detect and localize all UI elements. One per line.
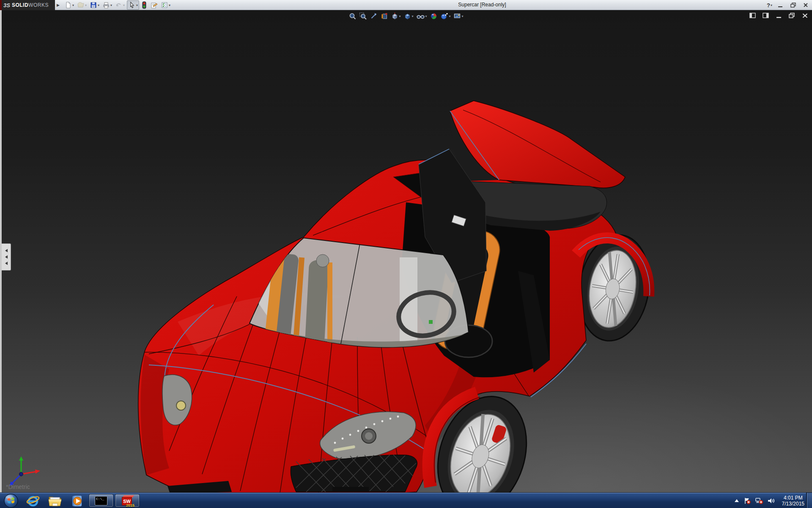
graphics-viewport[interactable]: ▾ ▾ ▾ — [0, 10, 812, 492]
zoom-to-area-icon — [359, 12, 367, 20]
windows-start-orb-icon — [3, 493, 19, 508]
show-left-pane-button[interactable] — [749, 12, 756, 19]
save-icon — [90, 1, 97, 9]
show-hidden-icons-button[interactable] — [734, 498, 740, 503]
media-player-icon — [70, 494, 84, 508]
title-bar: 3S SOLID WORKS ▶ ▾ ▾ ▾ — [0, 0, 812, 10]
rebuild-traffic-light-icon — [141, 1, 147, 9]
help-button[interactable]: ? ▾ — [767, 2, 772, 8]
window-controls: ? ▾ — [767, 1, 810, 9]
rebuild-button[interactable] — [140, 0, 148, 10]
eyeglasses-icon — [416, 12, 425, 20]
save-button[interactable]: ▾ — [89, 0, 100, 10]
dropdown-caret[interactable]: ▾ — [110, 3, 112, 7]
heads-up-view-toolbar: ▾ ▾ ▾ — [348, 11, 464, 21]
solidworks-logo: 3S SOLID WORKS — [0, 0, 55, 10]
dropdown-caret[interactable]: ▾ — [425, 14, 427, 18]
select-tool-button[interactable]: ▾ — [127, 0, 139, 10]
restore-icon — [789, 13, 795, 18]
folder-icon — [47, 494, 63, 508]
show-right-pane-button[interactable] — [762, 12, 769, 19]
pane-left-icon — [749, 13, 756, 18]
clock-time: 4:01 PM — [782, 495, 804, 501]
dropdown-caret[interactable]: ▾ — [449, 14, 451, 18]
windows-taskbar: C:\_ SW 2015 — [0, 492, 812, 508]
dropdown-caret[interactable]: ▾ — [462, 14, 464, 18]
network-disconnected-icon[interactable] — [755, 497, 763, 505]
options-icon — [161, 1, 168, 9]
document-restore-button[interactable] — [788, 12, 796, 19]
pane-right-icon — [763, 13, 769, 18]
dropdown-caret[interactable]: ▾ — [136, 3, 138, 7]
dropdown-caret[interactable]: ▾ — [85, 3, 87, 7]
media-player-button[interactable] — [66, 493, 88, 508]
display-style-button[interactable]: ▾ — [403, 12, 414, 20]
view-orientation-icon — [391, 12, 398, 20]
section-view-button[interactable] — [380, 12, 388, 20]
restore-button[interactable] — [788, 2, 798, 9]
show-desktop-button[interactable] — [806, 493, 812, 508]
minimize-icon — [776, 13, 782, 18]
volume-icon[interactable] — [767, 497, 776, 505]
document-minimize-button[interactable] — [775, 12, 782, 19]
close-button[interactable] — [801, 2, 810, 9]
taskbar-clock[interactable]: 4:01 PM 7/13/2015 — [782, 495, 804, 507]
internet-explorer-button[interactable] — [22, 493, 44, 508]
internet-explorer-icon — [26, 494, 40, 508]
minimize-icon — [778, 3, 783, 8]
system-tray: 4:01 PM 7/13/2015 — [734, 493, 804, 508]
open-document-icon — [77, 1, 85, 9]
supercar-3d-model[interactable] — [0, 10, 812, 492]
zoom-to-area-button[interactable] — [359, 12, 367, 20]
view-orientation-label: *Dimetric — [6, 483, 30, 490]
view-settings-icon — [454, 12, 461, 20]
apply-scene-icon — [441, 12, 449, 20]
view-orientation-button[interactable]: ▾ — [390, 12, 401, 20]
solidworks-taskbar-button[interactable]: SW 2015 — [115, 494, 140, 507]
start-button[interactable] — [0, 493, 22, 508]
print-button[interactable]: ▾ — [102, 0, 113, 10]
previous-view-icon — [370, 12, 377, 20]
print-icon — [102, 1, 110, 9]
close-icon — [803, 3, 808, 8]
section-view-icon — [380, 12, 388, 20]
action-center-flag-icon[interactable] — [743, 497, 751, 505]
previous-view-button[interactable] — [369, 12, 378, 20]
undo-icon — [115, 1, 123, 9]
hide-show-items-button[interactable]: ▾ — [416, 12, 427, 20]
quick-access-toolbar: ▾ ▾ ▾ ▾ ▾ — [63, 0, 171, 10]
chevron-left-icon — [5, 255, 8, 259]
solidworks-logo-mark: 3S — [3, 2, 10, 8]
dropdown-caret[interactable]: ▾ — [169, 3, 170, 7]
options-button[interactable]: ▾ — [160, 0, 171, 10]
chevron-left-icon — [5, 249, 8, 252]
dropdown-caret[interactable]: ▾ — [399, 14, 401, 18]
file-explorer-button[interactable] — [44, 493, 66, 508]
file-properties-icon — [150, 1, 158, 9]
edit-appearance-button[interactable] — [430, 12, 438, 20]
select-cursor-icon — [128, 1, 136, 9]
view-settings-button[interactable]: ▾ — [453, 12, 464, 20]
document-close-button[interactable] — [801, 12, 809, 19]
dropdown-caret[interactable]: ▾ — [411, 14, 413, 18]
new-document-button[interactable]: ▾ — [63, 0, 75, 10]
dropdown-caret[interactable]: ▾ — [72, 3, 74, 7]
undo-button[interactable]: ▾ — [114, 0, 126, 10]
feature-manager-expand-tab[interactable] — [2, 243, 11, 271]
new-document-icon — [64, 1, 72, 9]
menu-flyout-arrow[interactable]: ▶ — [56, 1, 60, 9]
dropdown-caret[interactable]: ▾ — [123, 3, 125, 7]
solidworks-2015-icon: SW 2015 — [121, 495, 134, 506]
dropdown-caret[interactable]: ▾ — [771, 3, 772, 7]
edit-appearance-icon — [430, 12, 438, 20]
zoom-to-fit-button[interactable] — [348, 12, 357, 20]
apply-scene-button[interactable]: ▾ — [440, 12, 451, 20]
minimize-button[interactable] — [776, 2, 785, 9]
dropdown-caret[interactable]: ▾ — [98, 3, 99, 7]
command-prompt-icon: C:\_ — [95, 496, 107, 505]
solidworks-logo-text: SOLID — [12, 2, 28, 8]
chevron-left-icon — [5, 262, 8, 265]
file-properties-button[interactable] — [149, 0, 159, 10]
open-document-button[interactable]: ▾ — [76, 0, 88, 10]
command-prompt-taskbar-button[interactable]: C:\_ — [89, 494, 113, 507]
